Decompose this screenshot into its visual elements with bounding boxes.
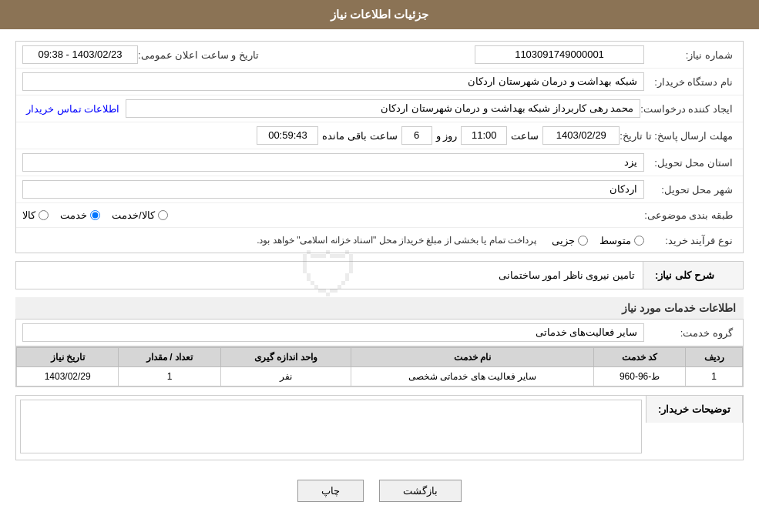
category-service: خدمت [60, 209, 100, 221]
page-title: جزئیات اطلاعات نیاز [331, 8, 428, 21]
purchase-radio-group: متوسط جزیی [552, 235, 644, 246]
button-row: بازگشت چاپ [15, 468, 744, 514]
back-button[interactable]: بازگشت [379, 480, 462, 502]
purchase-medium-label: متوسط [599, 235, 631, 246]
creator-value: محمد رهی کاربرداز شبکه بهداشت و درمان شه… [126, 99, 640, 118]
category-kala-label: کالا [22, 209, 35, 221]
col-date: تاریخ نیاز [17, 348, 119, 367]
description-content: 🛡 تامین نیروی ناظر امور ساختمانی [16, 262, 643, 289]
city-label: شهر محل تحویل: [644, 184, 737, 196]
cell-service_code: ط-96-960 [593, 367, 685, 386]
buyer-notes-content [16, 396, 646, 460]
category-kala: کالا [22, 209, 49, 221]
purchase-minor-radio[interactable] [578, 236, 588, 246]
service-group-label: گروه خدمت: [644, 327, 737, 339]
category-kala-service-radio[interactable] [158, 210, 168, 220]
purchase-note: پرداخت تمام یا بخشی از مبلغ خریداز محل "… [257, 235, 536, 246]
col-unit: واحد اندازه گیری [220, 348, 351, 367]
page-header: جزئیات اطلاعات نیاز [0, 0, 759, 29]
announcement-label: تاریخ و ساعت اعلان عمومی: [138, 49, 263, 61]
deadline-label: مهلت ارسال پاسخ: تا تاریخ: [620, 130, 737, 142]
deadline-date: 1403/02/29 [542, 126, 620, 145]
creator-row: ایجاد کننده درخواست: محمد رهی کاربرداز ش… [16, 95, 743, 122]
category-label: طبقه بندی موضوعی: [644, 209, 737, 221]
buyer-notes-textarea[interactable] [20, 400, 642, 453]
table-row: 1ط-96-960سایر فعالیت های خدماتی شخصینفر1… [17, 367, 743, 386]
print-button[interactable]: چاپ [297, 480, 364, 502]
description-label: شرح کلی نیاز: [643, 262, 743, 289]
city-row: شهر محل تحویل: اردکان [16, 176, 743, 203]
deadline-row: مهلت ارسال پاسخ: تا تاریخ: 1403/02/29 سا… [16, 122, 743, 149]
deadline-remaining: 00:59:43 [257, 126, 318, 145]
services-table: ردیف کد خدمت نام خدمت واحد اندازه گیری ت… [16, 347, 743, 386]
province-value: یزد [22, 153, 644, 172]
city-value: اردکان [22, 180, 644, 199]
purchase-minor: جزیی [552, 235, 588, 246]
purchase-type-row: نوع فرآیند خرید: متوسط جزیی پرداخت تمام … [16, 228, 743, 253]
page-wrapper: جزئیات اطلاعات نیاز شماره نیاز: 11030917… [0, 0, 759, 532]
buyer-notes-label: توضیحات خریدار: [646, 396, 743, 423]
category-kala-service: کالا/خدمت [112, 209, 168, 221]
need-number-label: شماره نیاز: [644, 49, 737, 61]
deadline-days-label: روز و [436, 130, 458, 142]
description-value: تامین نیروی ناظر امور ساختمانی [20, 266, 639, 285]
deadline-days: 6 [401, 126, 432, 145]
service-group-row: گروه خدمت: سایر فعالیت‌های خدماتی [15, 320, 744, 346]
purchase-medium: متوسط [599, 235, 644, 246]
cell-unit: نفر [220, 367, 351, 386]
col-quantity: تعداد / مقدار [119, 348, 220, 367]
category-row: طبقه بندی موضوعی: کالا/خدمت خدمت کالا [16, 203, 743, 228]
contact-link[interactable]: اطلاعات تماس خریدار [26, 103, 119, 115]
purchase-medium-radio[interactable] [634, 236, 644, 246]
category-service-radio[interactable] [90, 210, 100, 220]
main-content: شماره نیاز: 1103091749000001 تاریخ و ساع… [0, 29, 759, 525]
service-group-value: سایر فعالیت‌های خدماتی [22, 323, 644, 342]
category-kala-radio[interactable] [39, 210, 49, 220]
need-number-row: شماره نیاز: 1103091749000001 تاریخ و ساع… [16, 42, 743, 69]
deadline-time: 11:00 [461, 126, 507, 145]
purchase-type-label: نوع فرآیند خرید: [644, 235, 737, 246]
col-service-code: کد خدمت [593, 348, 685, 367]
description-section: شرح کلی نیاز: 🛡 تامین نیروی ناظر امور سا… [15, 261, 744, 289]
col-row-num: ردیف [686, 348, 743, 367]
table-header-row: ردیف کد خدمت نام خدمت واحد اندازه گیری ت… [17, 348, 743, 367]
cell-date: 1403/02/29 [17, 367, 119, 386]
category-kala-service-label: کالا/خدمت [112, 209, 155, 221]
category-radio-group: کالا/خدمت خدمت کالا [22, 209, 644, 221]
buyer-org-row: نام دستگاه خریدار: شبکه بهداشت و درمان ش… [16, 69, 743, 95]
buyer-org-value: شبکه بهداشت و درمان شهرستان اردکان [22, 72, 644, 91]
need-number-value: 1103091749000001 [475, 45, 644, 64]
cell-quantity: 1 [119, 367, 220, 386]
province-row: استان محل تحویل: یزد [16, 149, 743, 176]
category-service-label: خدمت [60, 209, 87, 221]
deadline-remaining-label: ساعت باقی مانده [322, 130, 397, 142]
purchase-minor-label: جزیی [552, 235, 575, 246]
cell-row_num: 1 [686, 367, 743, 386]
province-label: استان محل تحویل: [644, 157, 737, 169]
creator-label: ایجاد کننده درخواست: [640, 103, 737, 115]
form-section: شماره نیاز: 1103091749000001 تاریخ و ساع… [15, 41, 744, 253]
col-service-name: نام خدمت [351, 348, 594, 367]
services-title: اطلاعات خدمات مورد نیاز [15, 297, 744, 320]
services-table-section: ردیف کد خدمت نام خدمت واحد اندازه گیری ت… [15, 346, 744, 387]
cell-service_name: سایر فعالیت های خدماتی شخصی [351, 367, 594, 386]
announcement-value: 1403/02/23 - 09:38 [22, 45, 138, 64]
buyer-org-label: نام دستگاه خریدار: [644, 76, 737, 88]
buyer-notes-section: توضیحات خریدار: [15, 395, 744, 460]
deadline-time-label: ساعت [511, 130, 539, 142]
